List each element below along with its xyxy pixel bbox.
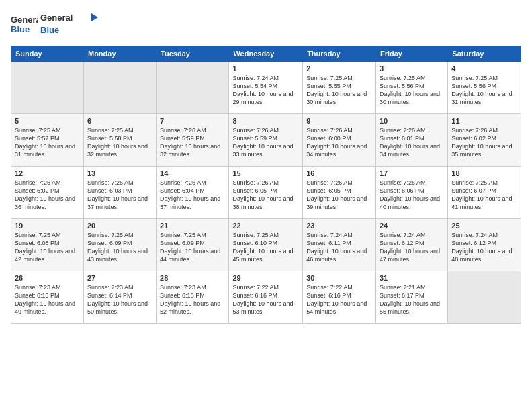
day-cell: 19Sunrise: 7:25 AMSunset: 6:08 PMDayligh… bbox=[11, 219, 84, 271]
day-number: 12 bbox=[15, 169, 80, 177]
day-info: Sunrise: 7:26 AMSunset: 6:06 PMDaylight:… bbox=[380, 179, 444, 212]
day-cell: 26Sunrise: 7:23 AMSunset: 6:13 PMDayligh… bbox=[11, 271, 84, 324]
day-info: Sunrise: 7:25 AMSunset: 5:56 PMDaylight:… bbox=[451, 74, 517, 107]
day-cell: 12Sunrise: 7:26 AMSunset: 6:02 PMDayligh… bbox=[11, 167, 84, 219]
day-header-sunday: Sunday bbox=[11, 46, 84, 62]
day-info: Sunrise: 7:26 AMSunset: 6:03 PMDaylight:… bbox=[87, 179, 152, 212]
day-header-wednesday: Wednesday bbox=[229, 46, 303, 62]
svg-text:General: General bbox=[11, 15, 38, 25]
day-info: Sunrise: 7:23 AMSunset: 6:14 PMDaylight:… bbox=[87, 283, 152, 316]
day-number: 27 bbox=[87, 274, 152, 282]
day-info: Sunrise: 7:21 AMSunset: 6:17 PMDaylight:… bbox=[380, 283, 444, 316]
week-row-3: 12Sunrise: 7:26 AMSunset: 6:02 PMDayligh… bbox=[11, 167, 521, 219]
day-number: 8 bbox=[232, 117, 299, 125]
day-header-monday: Monday bbox=[83, 46, 156, 62]
day-info: Sunrise: 7:25 AMSunset: 5:57 PMDaylight:… bbox=[15, 126, 80, 159]
day-cell bbox=[83, 62, 156, 114]
day-cell: 17Sunrise: 7:26 AMSunset: 6:06 PMDayligh… bbox=[375, 167, 447, 219]
day-info: Sunrise: 7:25 AMSunset: 5:55 PMDaylight:… bbox=[306, 74, 372, 107]
day-info: Sunrise: 7:26 AMSunset: 6:04 PMDaylight:… bbox=[160, 179, 225, 212]
svg-text:Blue: Blue bbox=[11, 24, 30, 34]
day-cell: 24Sunrise: 7:24 AMSunset: 6:12 PMDayligh… bbox=[375, 219, 447, 271]
day-number: 28 bbox=[160, 274, 225, 282]
day-number: 7 bbox=[160, 117, 225, 125]
day-info: Sunrise: 7:25 AMSunset: 6:09 PMDaylight:… bbox=[87, 231, 152, 264]
day-cell: 2Sunrise: 7:25 AMSunset: 5:55 PMDaylight… bbox=[303, 62, 376, 114]
day-header-friday: Friday bbox=[375, 46, 447, 62]
day-cell: 22Sunrise: 7:25 AMSunset: 6:10 PMDayligh… bbox=[229, 219, 303, 271]
week-row-2: 5Sunrise: 7:25 AMSunset: 5:57 PMDaylight… bbox=[11, 114, 521, 167]
day-cell: 5Sunrise: 7:25 AMSunset: 5:57 PMDaylight… bbox=[11, 114, 84, 167]
day-info: Sunrise: 7:26 AMSunset: 6:05 PMDaylight:… bbox=[232, 179, 299, 212]
day-cell: 27Sunrise: 7:23 AMSunset: 6:14 PMDayligh… bbox=[83, 271, 156, 324]
svg-text:General: General bbox=[40, 13, 73, 23]
day-number: 17 bbox=[380, 169, 444, 177]
logo: General Blue General Blue bbox=[11, 11, 101, 39]
day-info: Sunrise: 7:26 AMSunset: 6:01 PMDaylight:… bbox=[380, 126, 444, 159]
day-info: Sunrise: 7:25 AMSunset: 5:56 PMDaylight:… bbox=[380, 74, 444, 107]
day-info: Sunrise: 7:24 AMSunset: 5:54 PMDaylight:… bbox=[232, 74, 299, 107]
day-info: Sunrise: 7:22 AMSunset: 6:16 PMDaylight:… bbox=[232, 283, 299, 316]
day-number: 20 bbox=[87, 222, 152, 230]
day-info: Sunrise: 7:26 AMSunset: 5:59 PMDaylight:… bbox=[160, 126, 225, 159]
day-cell: 18Sunrise: 7:25 AMSunset: 6:07 PMDayligh… bbox=[448, 167, 521, 219]
page: General Blue General Blue SundayMondayTu… bbox=[0, 0, 532, 411]
day-info: Sunrise: 7:26 AMSunset: 6:00 PMDaylight:… bbox=[306, 126, 372, 159]
day-cell: 20Sunrise: 7:25 AMSunset: 6:09 PMDayligh… bbox=[83, 219, 156, 271]
svg-text:Blue: Blue bbox=[40, 25, 59, 35]
day-cell bbox=[448, 271, 521, 324]
day-cell: 15Sunrise: 7:26 AMSunset: 6:05 PMDayligh… bbox=[229, 167, 303, 219]
day-cell: 9Sunrise: 7:26 AMSunset: 6:00 PMDaylight… bbox=[303, 114, 376, 167]
day-number: 30 bbox=[306, 274, 372, 282]
day-info: Sunrise: 7:24 AMSunset: 6:11 PMDaylight:… bbox=[306, 231, 372, 264]
day-number: 29 bbox=[232, 274, 299, 282]
day-cell: 10Sunrise: 7:26 AMSunset: 6:01 PMDayligh… bbox=[375, 114, 447, 167]
day-number: 22 bbox=[232, 222, 299, 230]
day-number: 6 bbox=[87, 117, 152, 125]
day-number: 11 bbox=[451, 117, 517, 125]
day-info: Sunrise: 7:26 AMSunset: 5:59 PMDaylight:… bbox=[232, 126, 299, 159]
day-cell: 29Sunrise: 7:22 AMSunset: 6:16 PMDayligh… bbox=[229, 271, 303, 324]
day-number: 24 bbox=[380, 222, 444, 230]
day-info: Sunrise: 7:26 AMSunset: 6:02 PMDaylight:… bbox=[451, 126, 517, 159]
day-info: Sunrise: 7:26 AMSunset: 6:02 PMDaylight:… bbox=[15, 179, 80, 212]
day-number: 13 bbox=[87, 169, 152, 177]
header: General Blue General Blue bbox=[11, 11, 521, 39]
day-header-thursday: Thursday bbox=[303, 46, 376, 62]
day-number: 5 bbox=[15, 117, 80, 125]
day-number: 14 bbox=[160, 169, 225, 177]
day-header-tuesday: Tuesday bbox=[157, 46, 229, 62]
week-row-5: 26Sunrise: 7:23 AMSunset: 6:13 PMDayligh… bbox=[11, 271, 521, 324]
day-number: 18 bbox=[451, 169, 517, 177]
day-cell: 21Sunrise: 7:25 AMSunset: 6:09 PMDayligh… bbox=[157, 219, 229, 271]
day-number: 15 bbox=[232, 169, 299, 177]
day-cell: 30Sunrise: 7:22 AMSunset: 6:16 PMDayligh… bbox=[303, 271, 376, 324]
day-number: 10 bbox=[380, 117, 444, 125]
svg-marker-4 bbox=[91, 13, 98, 21]
day-number: 16 bbox=[306, 169, 372, 177]
day-cell: 3Sunrise: 7:25 AMSunset: 5:56 PMDaylight… bbox=[375, 62, 447, 114]
day-number: 1 bbox=[232, 64, 299, 73]
day-cell: 23Sunrise: 7:24 AMSunset: 6:11 PMDayligh… bbox=[303, 219, 376, 271]
day-info: Sunrise: 7:25 AMSunset: 5:58 PMDaylight:… bbox=[87, 126, 152, 159]
day-cell: 7Sunrise: 7:26 AMSunset: 5:59 PMDaylight… bbox=[157, 114, 229, 167]
day-cell: 13Sunrise: 7:26 AMSunset: 6:03 PMDayligh… bbox=[83, 167, 156, 219]
day-info: Sunrise: 7:23 AMSunset: 6:13 PMDaylight:… bbox=[15, 283, 80, 316]
day-number: 26 bbox=[15, 274, 80, 282]
day-info: Sunrise: 7:24 AMSunset: 6:12 PMDaylight:… bbox=[380, 231, 444, 264]
day-cell: 4Sunrise: 7:25 AMSunset: 5:56 PMDaylight… bbox=[448, 62, 521, 114]
day-cell bbox=[11, 62, 84, 114]
day-info: Sunrise: 7:25 AMSunset: 6:08 PMDaylight:… bbox=[15, 231, 80, 264]
day-number: 2 bbox=[306, 64, 372, 73]
logo-icon: General Blue bbox=[11, 12, 38, 36]
day-info: Sunrise: 7:26 AMSunset: 6:05 PMDaylight:… bbox=[306, 179, 372, 212]
day-cell: 25Sunrise: 7:24 AMSunset: 6:12 PMDayligh… bbox=[448, 219, 521, 271]
day-number: 4 bbox=[451, 64, 517, 73]
day-cell: 28Sunrise: 7:23 AMSunset: 6:15 PMDayligh… bbox=[157, 271, 229, 324]
day-header-saturday: Saturday bbox=[448, 46, 521, 62]
day-number: 19 bbox=[15, 222, 80, 230]
week-row-1: 1Sunrise: 7:24 AMSunset: 5:54 PMDaylight… bbox=[11, 62, 521, 114]
day-info: Sunrise: 7:25 AMSunset: 6:10 PMDaylight:… bbox=[232, 231, 299, 264]
logo-full: General Blue bbox=[40, 11, 101, 36]
header-row: SundayMondayTuesdayWednesdayThursdayFrid… bbox=[11, 46, 521, 62]
